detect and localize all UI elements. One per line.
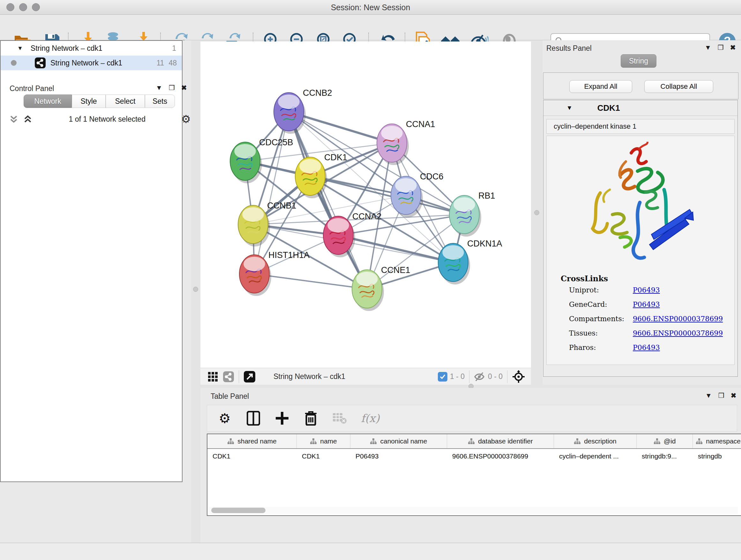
string-settings-icon[interactable] [223, 371, 234, 382]
control-panel-title: Control Panel [10, 84, 54, 93]
node-CDK1[interactable]: CDK1 [295, 152, 347, 198]
node-label: CDC25B [259, 138, 293, 147]
control-panel-tabs: NetworkStyleSelectSets [23, 95, 175, 108]
table-cell[interactable]: CDK1 [297, 449, 350, 463]
tab-string[interactable]: String [621, 54, 657, 68]
hidden-eye-icon[interactable] [474, 372, 485, 381]
tab-select[interactable]: Select [106, 95, 145, 108]
network-state-dot [11, 60, 17, 66]
edge-CCNA2-CDKN1A[interactable] [338, 235, 453, 262]
expand-all-icon[interactable] [22, 114, 33, 125]
panel-float-icon[interactable]: ❒ [718, 44, 724, 51]
bottom-splitter[interactable] [200, 385, 741, 388]
delete-column-icon[interactable] [304, 411, 318, 426]
crosslink-label: Tissues: [569, 329, 633, 337]
crosslink-link[interactable]: 9606.ENSP00000378699 [633, 315, 723, 323]
network-options-gear-icon[interactable]: ⚙ [181, 113, 191, 125]
crosslink-link[interactable]: P06493 [633, 300, 660, 308]
node-CCNB1[interactable]: CCNB1 [238, 201, 296, 246]
statusbar-separator [239, 370, 239, 383]
table-cell[interactable]: cyclin–dependent ... [554, 449, 636, 463]
node-section-header[interactable]: ▼ CDK1 [543, 100, 738, 116]
collection-count: 1 [172, 44, 176, 53]
section-expander-icon[interactable]: ▼ [566, 105, 572, 111]
show-columns-icon[interactable] [246, 411, 261, 426]
panel-menu-icon[interactable]: ▼ [705, 392, 712, 399]
left-splitter[interactable] [191, 40, 200, 543]
apply-function-icon[interactable]: f(x) [361, 411, 380, 426]
column-header-database-identifier[interactable]: database identifier [447, 434, 554, 448]
collapse-all-icon[interactable] [8, 114, 19, 125]
node-CCNB2[interactable]: CCNB2 [274, 88, 332, 134]
crosslink-row: Tissues:9606.ENSP00000378699 [569, 329, 723, 337]
column-type-icon [468, 438, 475, 444]
collection-expander-icon[interactable]: ▼ [17, 45, 23, 52]
crosslink-row: Pharos:P06493 [569, 344, 660, 352]
column-header--id[interactable]: @id [636, 434, 693, 448]
node-description: cyclin–dependent kinase 1 [546, 119, 735, 134]
results-panel: Results Panel ▼ ❒ ✖ String Expand All Co… [542, 40, 741, 385]
delete-table-icon[interactable] [332, 411, 347, 426]
splitter-handle[interactable] [534, 210, 539, 215]
panel-float-icon[interactable]: ❒ [169, 84, 175, 91]
scrollbar-thumb[interactable] [211, 508, 266, 513]
panel-close-icon[interactable]: ✖ [730, 44, 736, 51]
crosslink-link[interactable]: P06493 [633, 344, 660, 352]
node-CDKN1A[interactable]: CDKN1A [438, 239, 502, 285]
fit-content-crosshair-icon[interactable] [512, 370, 525, 383]
network-row[interactable]: String Network – cdk1 11 48 [1, 56, 182, 70]
column-header-namespace[interactable]: namespace [693, 434, 741, 448]
network-canvas[interactable]: CCNB2CCNA1CDC25BCDK1CDC6RB1CCNB1CCNA2CDK… [200, 42, 531, 368]
column-header-description[interactable]: description [554, 434, 636, 448]
collapse-all-button[interactable]: Collapse All [644, 80, 713, 93]
results-actions-box: Expand All Collapse All [543, 72, 738, 99]
splitter-handle[interactable] [193, 287, 198, 292]
window-title: Session: New Session [0, 3, 741, 12]
table-cell[interactable]: stringdb:9... [636, 449, 693, 463]
panel-close-icon[interactable]: ✖ [181, 84, 187, 91]
expand-all-button[interactable]: Expand All [569, 80, 632, 93]
tab-sets[interactable]: Sets [145, 95, 175, 108]
panel-menu-icon[interactable]: ▼ [156, 84, 162, 91]
column-header-name[interactable]: name [297, 434, 350, 448]
results-node-section: ▼ CDK1 cyclin–dependent kinase 1 [543, 100, 738, 377]
node-CCNE1[interactable]: CCNE1 [352, 265, 410, 311]
crosslink-link[interactable]: P06493 [633, 286, 660, 294]
open-in-window-icon[interactable] [244, 371, 256, 383]
panel-menu-icon[interactable]: ▼ [704, 44, 711, 51]
table-row[interactable]: CDK1CDK1P064939606.ENSP00000378699cyclin… [207, 449, 741, 463]
column-type-icon [696, 438, 703, 444]
tab-network[interactable]: Network [23, 95, 72, 108]
network-collection-row[interactable]: ▼ String Network – cdk1 1 [1, 41, 182, 56]
crosslink-row: Compartments:9606.ENSP00000378699 [569, 315, 723, 323]
panel-float-icon[interactable]: ❒ [718, 392, 724, 399]
table-settings-gear-icon[interactable]: ⚙ [217, 411, 232, 426]
column-type-icon [370, 438, 377, 444]
node-RB1[interactable]: RB1 [449, 191, 495, 237]
network-selection-status: 1 of 1 Network selected [33, 115, 181, 124]
node-CCNA2[interactable]: CCNA2 [323, 212, 382, 257]
table-cell[interactable]: P06493 [350, 449, 447, 463]
panel-close-icon[interactable]: ✖ [731, 392, 737, 399]
horizontal-scrollbar[interactable] [208, 507, 738, 514]
node-label: CCNE1 [381, 265, 410, 275]
crosslink-link[interactable]: 9606.ENSP00000378699 [633, 329, 723, 337]
table-cell[interactable]: stringdb [693, 449, 741, 463]
node-CDC25B[interactable]: CDC25B [230, 138, 293, 183]
selected-checkbox-icon[interactable] [438, 372, 448, 381]
edge-CCNB2-CCNE1[interactable] [289, 112, 367, 289]
column-header-canonical-name[interactable]: canonical name [350, 434, 447, 448]
node-label: CCNB2 [303, 88, 332, 98]
right-splitter[interactable] [531, 40, 542, 385]
table-cell[interactable]: CDK1 [207, 449, 297, 463]
node-CDC6[interactable]: CDC6 [391, 172, 444, 217]
birdseye-grid-icon[interactable] [207, 371, 218, 382]
add-column-icon[interactable] [275, 411, 289, 426]
tab-style[interactable]: Style [72, 95, 106, 108]
node-HIST1H1A[interactable]: HIST1H1A [239, 250, 310, 296]
column-header-shared-name[interactable]: shared name [207, 434, 297, 448]
node-table[interactable]: shared namenamecanonical namedatabase id… [207, 434, 741, 516]
network-graph[interactable]: CCNB2CCNA1CDC25BCDK1CDC6RB1CCNB1CCNA2CDK… [200, 42, 531, 368]
node-CCNA1[interactable]: CCNA1 [377, 119, 435, 165]
table-cell[interactable]: 9606.ENSP00000378699 [447, 449, 554, 463]
